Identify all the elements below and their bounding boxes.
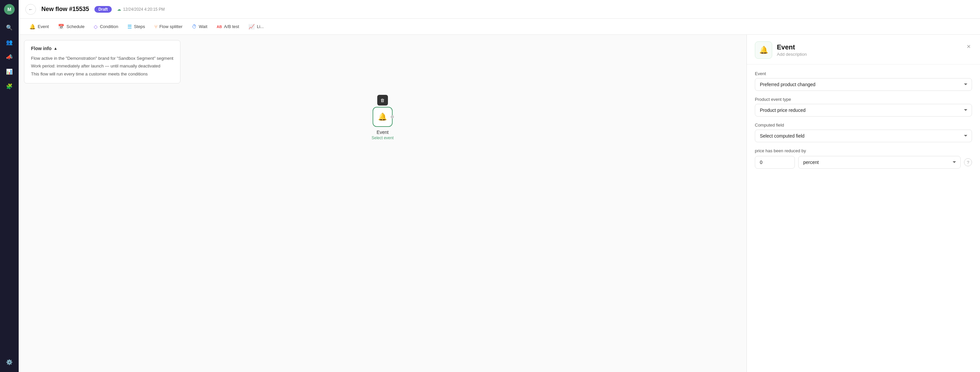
product-event-type-field-group: Product event type Product price reduced… <box>755 97 972 117</box>
save-timestamp: 12/24/2024 4:20:15 PM <box>123 7 165 12</box>
toolbar-steps[interactable]: ☰ Steps <box>123 22 149 32</box>
computed-field-select[interactable]: Select computed field <box>755 129 972 142</box>
flow-info-line-1: Flow active in the "Demonstration" brand… <box>31 54 173 62</box>
panel-icon-box: 🔔 <box>755 42 772 59</box>
avatar[interactable]: M <box>4 4 15 15</box>
price-value-input[interactable] <box>755 156 795 169</box>
condition-icon: ◇ <box>94 24 98 30</box>
toolbar-schedule[interactable]: 📅 Schedule <box>54 22 88 32</box>
toolbar-flow-splitter[interactable]: ⑂ Flow splitter <box>150 22 186 31</box>
flow-info-panel: Flow info ▲ Flow active in the "Demonstr… <box>24 40 180 83</box>
save-status: ☁ 12/24/2024 4:20:15 PM <box>117 7 165 12</box>
computed-field-group: Computed field Select computed field <box>755 123 972 142</box>
main-content: ← New flow #15535 Draft ☁ 12/24/2024 4:2… <box>19 0 980 372</box>
toolbar-wait-label: Wait <box>199 24 207 29</box>
event-field-group: Event Preferred product changed Product … <box>755 71 972 91</box>
event-node-wrapper: 🗑 🔔 Event Select event <box>372 95 394 140</box>
event-field-label: Event <box>755 71 972 76</box>
flow-info-line-3: This flow will run every time a customer… <box>31 70 173 78</box>
toolbar-schedule-label: Schedule <box>66 24 84 29</box>
toolbar-steps-label: Steps <box>134 24 145 29</box>
header: ← New flow #15535 Draft ☁ 12/24/2024 4:2… <box>19 0 980 19</box>
sidebar-item-search[interactable]: 🔍 <box>3 21 15 34</box>
toolbar-event[interactable]: 🔔 Event <box>25 22 53 32</box>
node-connector-dot <box>391 115 394 118</box>
toolbar-flow-splitter-label: Flow splitter <box>159 24 183 29</box>
flow-info-line-2: Work period: immediately after launch — … <box>31 62 173 70</box>
flow-info-title: Flow info <box>31 46 51 51</box>
flow-info-header[interactable]: Flow info ▲ <box>31 46 173 51</box>
panel-title: Event <box>777 43 807 51</box>
panel-bell-icon: 🔔 <box>759 46 768 54</box>
help-icon[interactable]: ? <box>964 158 972 166</box>
panel-body: Event Preferred product changed Product … <box>747 64 980 175</box>
cloud-icon: ☁ <box>117 7 121 12</box>
price-reduced-inputs: percent absolute ? <box>755 156 972 169</box>
sidebar-item-users[interactable]: 👥 <box>3 36 15 48</box>
panel-header-left: 🔔 Event Add description <box>755 42 807 59</box>
flow-canvas: 🗑 🔔 Event Select event <box>19 95 746 140</box>
product-event-type-select[interactable]: Product price reduced Product stock chan… <box>755 104 972 117</box>
event-select[interactable]: Preferred product changed Product added … <box>755 78 972 91</box>
ab-icon: AB <box>217 25 222 29</box>
sidebar-item-integrations[interactable]: 🧩 <box>3 80 15 92</box>
panel-subtitle: Add description <box>777 52 807 57</box>
toolbar-condition[interactable]: ◇ Condition <box>90 22 122 32</box>
right-panel: 🔔 Event Add description × Event Preferre… <box>746 35 980 372</box>
canvas-area: Flow info ▲ Flow active in the "Demonstr… <box>19 35 746 372</box>
toolbar-limits-label: Li... <box>257 24 264 29</box>
panel-close-button[interactable]: × <box>965 42 972 52</box>
wait-icon: ⏱ <box>192 24 197 29</box>
splitter-icon: ⑂ <box>154 24 158 29</box>
sidebar-item-campaigns[interactable]: 📣 <box>3 51 15 63</box>
flow-info-body: Flow active in the "Demonstration" brand… <box>31 54 173 78</box>
draft-badge: Draft <box>94 6 112 13</box>
sidebar-item-analytics[interactable]: 📊 <box>3 65 15 77</box>
toolbar: 🔔 Event 📅 Schedule ◇ Condition ☰ Steps ⑂… <box>19 19 980 35</box>
toolbar-limits[interactable]: 📈 Li... <box>245 22 268 32</box>
toolbar-ab-test[interactable]: AB A/B test <box>213 22 243 31</box>
price-reduced-field-group: price has been reduced by percent absolu… <box>755 148 972 169</box>
price-reduced-label: price has been reduced by <box>755 148 972 153</box>
unit-select[interactable]: percent absolute <box>798 156 961 169</box>
event-node[interactable]: 🔔 <box>372 107 393 127</box>
panel-header: 🔔 Event Add description × <box>747 35 980 64</box>
node-delete-button[interactable]: 🗑 <box>377 95 388 105</box>
toolbar-condition-label: Condition <box>100 24 118 29</box>
toolbar-event-label: Event <box>38 24 49 29</box>
sidebar: M 🔍 👥 📣 📊 🧩 ⚙️ <box>0 0 19 372</box>
limits-icon: 📈 <box>248 24 255 30</box>
sidebar-item-settings[interactable]: ⚙️ <box>3 356 15 368</box>
computed-field-label: Computed field <box>755 123 972 128</box>
chevron-up-icon: ▲ <box>53 46 57 51</box>
product-event-type-label: Product event type <box>755 97 972 102</box>
calendar-icon: 📅 <box>58 24 64 30</box>
back-button[interactable]: ← <box>25 4 36 15</box>
toolbar-wait[interactable]: ⏱ Wait <box>188 22 212 31</box>
toolbar-ab-label: A/B test <box>224 24 239 29</box>
node-sublabel[interactable]: Select event <box>372 136 394 140</box>
flow-title: New flow #15535 <box>41 6 89 13</box>
event-node-bell-icon: 🔔 <box>378 113 387 121</box>
steps-icon: ☰ <box>127 24 132 30</box>
panel-title-group: Event Add description <box>777 43 807 57</box>
bell-icon: 🔔 <box>29 24 36 30</box>
node-label: Event <box>377 129 388 135</box>
